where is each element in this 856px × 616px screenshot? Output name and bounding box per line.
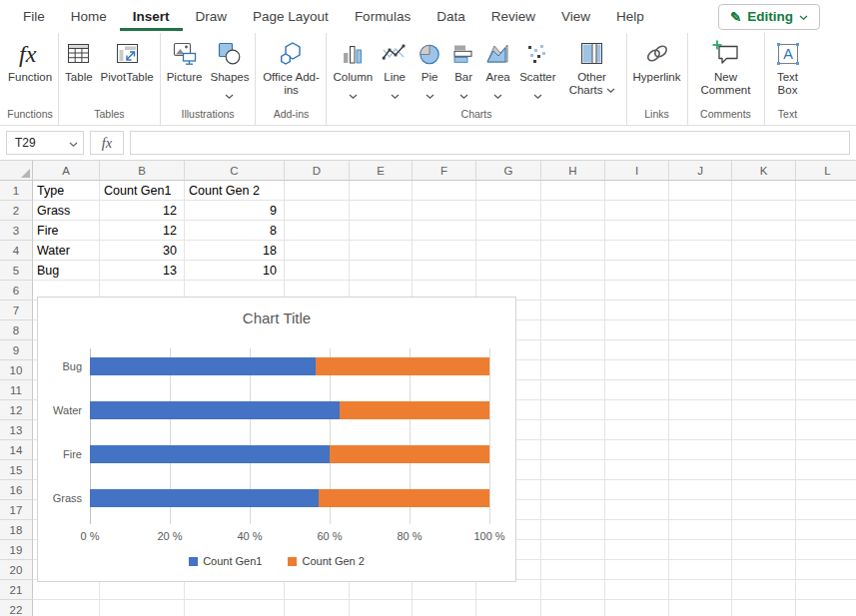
- cell-J8[interactable]: [669, 320, 732, 340]
- cell-I18[interactable]: [605, 520, 669, 540]
- cell-L11[interactable]: [796, 380, 856, 400]
- cell-H4[interactable]: [541, 241, 605, 261]
- cell-K17[interactable]: [732, 500, 796, 520]
- column-header-E[interactable]: E: [350, 161, 413, 181]
- cell-L5[interactable]: [796, 261, 856, 281]
- cell-B3[interactable]: 12: [100, 221, 185, 241]
- cell-C4[interactable]: 18: [185, 241, 285, 261]
- cell-J22[interactable]: [669, 600, 732, 616]
- cell-G2[interactable]: [476, 201, 541, 221]
- editing-mode-button[interactable]: ✎ Editing: [718, 4, 820, 30]
- column-header-F[interactable]: F: [413, 161, 476, 181]
- cell-K13[interactable]: [732, 420, 796, 440]
- cell-G22[interactable]: [476, 600, 541, 616]
- cell-J9[interactable]: [669, 340, 732, 360]
- cell-C5[interactable]: 10: [185, 261, 285, 281]
- row-header-19[interactable]: 19: [0, 540, 33, 560]
- row-header-21[interactable]: 21: [0, 580, 33, 600]
- row-header-4[interactable]: 4: [0, 241, 33, 261]
- cell-I1[interactable]: [605, 181, 669, 201]
- cell-L16[interactable]: [796, 480, 856, 500]
- cell-I7[interactable]: [605, 301, 669, 320]
- tab-help[interactable]: Help: [603, 2, 657, 31]
- cell-I2[interactable]: [605, 201, 669, 221]
- row-header-10[interactable]: 10: [0, 360, 33, 380]
- ribbon-button-office-add-ins[interactable]: Office Add-ins: [258, 33, 324, 97]
- cell-F1[interactable]: [413, 181, 476, 201]
- column-header-L[interactable]: L: [796, 161, 856, 181]
- cell-K7[interactable]: [732, 301, 796, 320]
- cell-A4[interactable]: Water: [33, 241, 100, 261]
- cell-H2[interactable]: [541, 201, 605, 221]
- cell-F2[interactable]: [413, 201, 476, 221]
- cell-H14[interactable]: [541, 440, 605, 460]
- row-header-5[interactable]: 5: [0, 261, 33, 281]
- cell-K9[interactable]: [732, 340, 796, 360]
- cell-G5[interactable]: [476, 261, 541, 281]
- ribbon-button-scatter[interactable]: Scatter: [515, 33, 559, 94]
- cell-F3[interactable]: [413, 221, 476, 241]
- cell-F4[interactable]: [413, 241, 476, 261]
- cell-H5[interactable]: [541, 261, 605, 281]
- formula-input[interactable]: [130, 131, 850, 155]
- name-box[interactable]: [6, 131, 84, 155]
- row-header-18[interactable]: 18: [0, 520, 33, 540]
- row-header-14[interactable]: 14: [0, 440, 33, 460]
- cell-D3[interactable]: [285, 221, 350, 241]
- cell-G3[interactable]: [476, 221, 541, 241]
- cell-J6[interactable]: [669, 281, 732, 301]
- cell-D21[interactable]: [285, 580, 350, 600]
- cell-K3[interactable]: [732, 221, 796, 241]
- row-header-3[interactable]: 3: [0, 221, 33, 241]
- cell-B21[interactable]: [100, 580, 185, 600]
- cell-F21[interactable]: [413, 580, 476, 600]
- column-header-G[interactable]: G: [476, 161, 541, 181]
- cell-J16[interactable]: [669, 480, 732, 500]
- cell-I21[interactable]: [605, 580, 669, 600]
- cell-J1[interactable]: [669, 181, 732, 201]
- cell-A1[interactable]: Type: [33, 181, 100, 201]
- cell-B4[interactable]: 30: [100, 241, 185, 261]
- cell-I16[interactable]: [605, 480, 669, 500]
- row-header-1[interactable]: 1: [0, 181, 33, 201]
- cell-K22[interactable]: [732, 600, 796, 616]
- cell-H18[interactable]: [541, 520, 605, 540]
- cell-I15[interactable]: [605, 460, 669, 480]
- cell-L3[interactable]: [796, 221, 856, 241]
- cell-H1[interactable]: [541, 181, 605, 201]
- cell-D22[interactable]: [285, 600, 350, 616]
- ribbon-button-function[interactable]: fxFunction: [4, 33, 56, 84]
- row-header-22[interactable]: 22: [0, 600, 33, 616]
- cell-I6[interactable]: [605, 281, 669, 301]
- cell-G21[interactable]: [476, 580, 541, 600]
- cell-A2[interactable]: Grass: [33, 201, 100, 221]
- tab-home[interactable]: Home: [58, 2, 120, 31]
- cell-F5[interactable]: [413, 261, 476, 281]
- cell-D5[interactable]: [285, 261, 350, 281]
- ribbon-button-pie[interactable]: Pie: [413, 33, 446, 94]
- cell-I3[interactable]: [605, 221, 669, 241]
- cell-E1[interactable]: [350, 181, 413, 201]
- cell-K8[interactable]: [732, 320, 796, 340]
- cell-H10[interactable]: [541, 360, 605, 380]
- cell-E3[interactable]: [350, 221, 413, 241]
- cell-L9[interactable]: [796, 340, 856, 360]
- cell-I11[interactable]: [605, 380, 669, 400]
- cell-L12[interactable]: [796, 400, 856, 420]
- row-header-8[interactable]: 8: [0, 320, 33, 340]
- cell-L13[interactable]: [796, 420, 856, 440]
- cell-L15[interactable]: [796, 460, 856, 480]
- tab-formulas[interactable]: Formulas: [342, 2, 424, 31]
- cell-L21[interactable]: [796, 580, 856, 600]
- cell-E21[interactable]: [350, 580, 413, 600]
- cell-J17[interactable]: [669, 500, 732, 520]
- column-header-C[interactable]: C: [185, 161, 285, 181]
- ribbon-button-new-comment[interactable]: New Comment: [690, 33, 762, 97]
- cell-J15[interactable]: [669, 460, 732, 480]
- cell-H17[interactable]: [541, 500, 605, 520]
- cell-J13[interactable]: [669, 420, 732, 440]
- ribbon-button-area[interactable]: Area: [480, 33, 515, 94]
- cell-I12[interactable]: [605, 400, 669, 420]
- tab-draw[interactable]: Draw: [183, 2, 241, 31]
- cell-E2[interactable]: [350, 201, 413, 221]
